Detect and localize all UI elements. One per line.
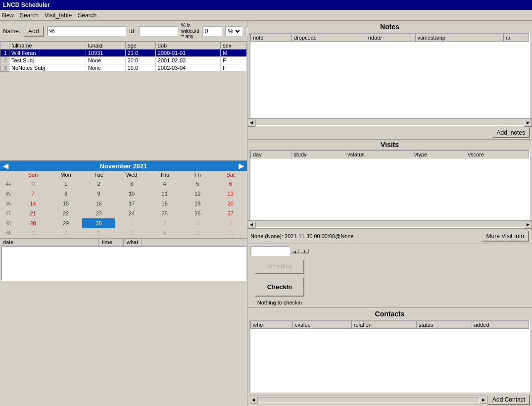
patient-row[interactable]: 3 NoNotes Subj None 19.0 2002-03-04 F bbox=[0, 64, 247, 72]
cal-day[interactable]: 28 bbox=[16, 218, 49, 228]
cal-day[interactable]: 1 bbox=[49, 179, 83, 189]
time-input[interactable]: 12:00 PM bbox=[250, 246, 290, 256]
cal-day[interactable]: 1 bbox=[115, 218, 148, 228]
visits-table: day study vstatus vtype vscore bbox=[250, 151, 529, 158]
cal-day[interactable]: 2 bbox=[82, 179, 115, 189]
cal-day[interactable]: 6 bbox=[214, 179, 247, 189]
range-start-input[interactable] bbox=[202, 26, 222, 36]
cal-next-btn[interactable]: ▶ bbox=[239, 162, 244, 170]
cal-day[interactable]: 22 bbox=[49, 208, 83, 218]
menu-search2[interactable]: Search bbox=[78, 12, 97, 19]
cal-day[interactable]: 4 bbox=[148, 179, 181, 189]
contacts-col-cvalue: cvalue bbox=[292, 321, 351, 329]
id-input[interactable] bbox=[139, 26, 178, 36]
cal-day[interactable]: 3 bbox=[181, 218, 214, 228]
cal-day[interactable]: 6 bbox=[49, 228, 83, 238]
notes-table: note dropcode ndate vtimestamp ra bbox=[250, 34, 529, 42]
percent-select[interactable]: % bbox=[225, 26, 242, 36]
visits-scroll-track[interactable] bbox=[255, 222, 524, 228]
cal-day[interactable]: 19 bbox=[181, 199, 214, 208]
cal-day[interactable]: 4 bbox=[214, 218, 247, 228]
add-button[interactable]: Add bbox=[23, 26, 44, 37]
contacts-scroll-left[interactable]: ◀ bbox=[249, 396, 257, 404]
cal-day[interactable]: 12 bbox=[181, 189, 214, 199]
visit-info-text: None (None): 2021-11-30 00:00:00@None bbox=[250, 233, 477, 239]
cal-day[interactable]: 13 bbox=[214, 189, 247, 199]
cal-day[interactable]: 16 bbox=[82, 199, 115, 208]
cal-prev-btn[interactable]: ◀ bbox=[3, 162, 8, 170]
cal-day[interactable]: 2 bbox=[148, 218, 181, 228]
contacts-scroll-right[interactable]: ▶ bbox=[480, 396, 487, 404]
contacts-title: Contacts bbox=[247, 308, 532, 320]
more-visit-info-button[interactable]: More Visit Info bbox=[482, 231, 529, 242]
notes-scroll-right[interactable]: ▶ bbox=[524, 119, 532, 127]
cal-day[interactable]: 24 bbox=[115, 208, 148, 218]
cal-day[interactable]: 9 bbox=[148, 228, 181, 238]
cal-day[interactable]: 8 bbox=[49, 189, 83, 199]
col-fullname: fullname bbox=[9, 42, 86, 50]
cell-sex: F bbox=[221, 57, 247, 64]
contacts-scroll-track[interactable] bbox=[257, 397, 480, 403]
time-spinner-down[interactable]: ▼ bbox=[300, 249, 309, 254]
add-contact-button[interactable]: Add Contact bbox=[487, 394, 530, 405]
cal-day[interactable]: 9 bbox=[82, 189, 115, 199]
cell-lunaid: None bbox=[86, 64, 125, 72]
col-age: age bbox=[125, 42, 155, 50]
visits-title: Visits bbox=[249, 141, 530, 149]
cal-week-num: 46 bbox=[0, 199, 16, 208]
cal-day[interactable]: 23 bbox=[82, 208, 115, 218]
visits-col-study: study bbox=[291, 151, 345, 158]
cal-day[interactable]: 11 bbox=[148, 189, 181, 199]
cal-day[interactable]: 21 bbox=[16, 208, 49, 218]
patient-table: fullname lunaid age dob sex 1 Will Foran… bbox=[0, 42, 247, 72]
row-num: 1 bbox=[0, 50, 9, 57]
menu-new[interactable]: New bbox=[2, 12, 14, 19]
cal-day[interactable]: 18 bbox=[148, 199, 181, 208]
cal-day[interactable]: 10 bbox=[181, 228, 214, 238]
checkin-button[interactable]: CheckIn bbox=[255, 277, 304, 297]
visits-scroll-left[interactable]: ◀ bbox=[247, 221, 255, 229]
cell-lunaid: 10931 bbox=[86, 50, 125, 57]
notes-col-dropcode: dropcode bbox=[292, 34, 366, 42]
cal-day[interactable]: 29 bbox=[49, 218, 83, 228]
contacts-horizontal-scrollbar[interactable]: ◀ ▶ bbox=[249, 396, 487, 404]
cal-week-num: 48 bbox=[0, 218, 16, 228]
cal-day[interactable]: 7 bbox=[82, 228, 115, 238]
notes-scroll-track[interactable] bbox=[255, 120, 524, 126]
cal-day[interactable]: 8 bbox=[115, 228, 148, 238]
cell-dob: 2001-02-03 bbox=[155, 57, 220, 64]
notes-scroll-left[interactable]: ◀ bbox=[247, 119, 255, 127]
cal-sun-header: Sun bbox=[16, 171, 49, 179]
cal-mon-header: Mon bbox=[49, 171, 83, 179]
cal-day[interactable]: 7 bbox=[16, 189, 49, 199]
notes-col-note: note bbox=[251, 34, 292, 42]
visits-col-vtype: vtype bbox=[412, 151, 466, 158]
visits-horizontal-scrollbar[interactable]: ◀ ▶ bbox=[247, 220, 532, 228]
menu-visit-table[interactable]: Visit_table bbox=[45, 12, 72, 19]
patient-row[interactable]: 2 Test Subj None 20.0 2001-02-03 F bbox=[0, 57, 247, 64]
visits-scroll-right[interactable]: ▶ bbox=[524, 221, 532, 229]
cal-day[interactable]: 5 bbox=[16, 228, 49, 238]
cal-day[interactable]: 30 bbox=[82, 218, 115, 228]
add-notes-button[interactable]: Add_notes bbox=[492, 127, 530, 138]
cal-day[interactable]: 15 bbox=[49, 199, 83, 208]
cal-day[interactable]: 26 bbox=[181, 208, 214, 218]
cal-day[interactable]: 27 bbox=[214, 208, 247, 218]
notes-horizontal-scrollbar[interactable]: ◀ ▶ bbox=[247, 118, 532, 126]
col-num bbox=[0, 42, 9, 50]
cal-day[interactable]: 14 bbox=[16, 199, 49, 208]
menu-search[interactable]: Search bbox=[20, 12, 39, 19]
cal-day[interactable]: 3 bbox=[115, 179, 148, 189]
time-spinner-up[interactable]: ▲ bbox=[291, 249, 299, 254]
cal-day[interactable]: 17 bbox=[115, 199, 148, 208]
name-input[interactable] bbox=[47, 26, 126, 36]
cal-day[interactable]: 20 bbox=[214, 199, 247, 208]
cal-day[interactable]: 31 bbox=[16, 179, 49, 189]
cal-day[interactable]: 11 bbox=[214, 228, 247, 238]
cal-day[interactable]: 10 bbox=[115, 189, 148, 199]
schedule-button[interactable]: Schedule bbox=[255, 259, 304, 274]
cal-day[interactable]: 5 bbox=[181, 179, 214, 189]
patient-row[interactable]: 1 Will Foran 10931 21.0 2000-01-01 M bbox=[0, 50, 247, 57]
cell-fullname: NoNotes Subj bbox=[9, 64, 86, 72]
cal-day[interactable]: 25 bbox=[148, 208, 181, 218]
